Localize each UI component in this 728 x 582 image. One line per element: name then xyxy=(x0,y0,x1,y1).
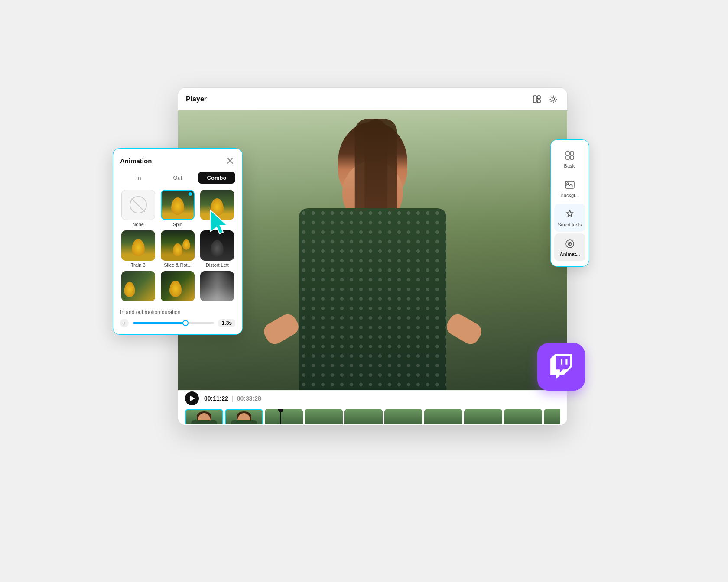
twitch-badge xyxy=(537,343,585,391)
svg-rect-7 xyxy=(570,156,574,159)
smart-tools-label: Smart tools xyxy=(558,222,582,227)
svg-rect-2 xyxy=(537,100,540,103)
slider-row: ‹ 1.3s xyxy=(120,319,235,327)
anim-none[interactable]: None xyxy=(120,190,156,227)
anim-7-thumb xyxy=(121,271,155,301)
playhead[interactable] xyxy=(278,409,283,424)
cursor-arrow xyxy=(206,208,232,238)
layout-icon[interactable] xyxy=(531,93,543,105)
basic-label: Basic xyxy=(564,163,576,168)
twitch-icon xyxy=(549,354,574,379)
player-titlebar: Player xyxy=(178,88,567,110)
playhead-handle xyxy=(278,409,283,412)
thumb-frame-1 xyxy=(225,409,263,424)
animation-tabs: In Out Combo xyxy=(120,172,235,184)
thumb-frame-0 xyxy=(185,409,223,424)
panel-header: Animation xyxy=(120,155,235,166)
svg-rect-6 xyxy=(566,156,569,159)
anim-none-label: None xyxy=(133,222,144,227)
anim-8[interactable] xyxy=(159,271,195,303)
player-title: Player xyxy=(186,95,207,103)
svg-rect-0 xyxy=(533,96,536,103)
right-toolbar: Basic Backgr... Smart tools xyxy=(550,139,589,267)
anim-distort-left-label: Distort Left xyxy=(206,262,229,268)
anim-slice-rot-thumb xyxy=(161,230,195,261)
toolbar-item-animation[interactable]: Animat... xyxy=(554,233,585,261)
play-icon xyxy=(190,396,195,401)
toolbar-item-smart-tools[interactable]: Smart tools xyxy=(554,204,585,232)
animation-panel: Animation In Out Combo xyxy=(113,148,243,335)
background-label: Backgr... xyxy=(561,193,579,198)
thumb-frame-2 xyxy=(265,409,303,424)
slider-fill xyxy=(133,322,185,324)
thumb-frame-5 xyxy=(384,409,422,424)
thumb-frame-9 xyxy=(544,409,560,424)
animation-label: Animat... xyxy=(560,252,580,257)
tab-combo[interactable]: Combo xyxy=(198,172,235,184)
anim-slice-rot-label: Slice & Rot... xyxy=(164,262,192,268)
svg-point-12 xyxy=(569,243,571,245)
anim-7[interactable] xyxy=(120,271,156,303)
animation-grid: None Spin Fly In xyxy=(120,190,235,303)
smart-tools-icon xyxy=(564,208,576,220)
svg-rect-1 xyxy=(537,96,540,99)
thumb-frame-7 xyxy=(464,409,502,424)
play-button[interactable] xyxy=(185,391,199,405)
tab-in[interactable]: In xyxy=(120,172,157,184)
anim-spin[interactable]: Spin xyxy=(159,190,195,227)
background-icon xyxy=(564,179,576,191)
thumb-frame-8 xyxy=(504,409,542,424)
anim-train3[interactable]: Train 3 xyxy=(120,230,156,268)
slider-left-arrow[interactable]: ‹ xyxy=(120,319,129,327)
slider-thumb[interactable] xyxy=(182,320,188,326)
timeline-scrubber[interactable] xyxy=(185,409,560,424)
anim-train3-thumb xyxy=(121,230,155,261)
current-time: 00:11:22 | 00:33:28 xyxy=(204,395,261,402)
svg-point-3 xyxy=(552,98,555,100)
settings-icon[interactable] xyxy=(547,93,559,105)
timeline-controls: 00:11:22 | 00:33:28 xyxy=(185,391,560,405)
thumb-frame-6 xyxy=(424,409,462,424)
thumb-frame-3 xyxy=(305,409,343,424)
panel-title: Animation xyxy=(120,157,152,165)
anim-8-thumb xyxy=(161,271,195,301)
duration-section: In and out motion duration ‹ 1.3s xyxy=(120,309,235,327)
player-timeline: 00:11:22 | 00:33:28 xyxy=(178,390,567,425)
titlebar-icons xyxy=(531,93,559,105)
animation-icon xyxy=(564,238,576,250)
anim-none-thumb xyxy=(121,190,155,220)
anim-spin-thumb xyxy=(161,190,195,220)
tab-out[interactable]: Out xyxy=(159,172,196,184)
toolbar-item-basic[interactable]: Basic xyxy=(554,145,585,173)
duration-label: In and out motion duration xyxy=(120,309,235,315)
svg-rect-5 xyxy=(570,152,574,155)
duration-slider[interactable] xyxy=(133,322,214,324)
toolbar-item-background[interactable]: Backgr... xyxy=(554,175,585,202)
anim-slice-rot[interactable]: Slice & Rot... xyxy=(159,230,195,268)
panel-close-button[interactable] xyxy=(225,155,235,166)
svg-point-9 xyxy=(567,183,569,184)
anim-9[interactable] xyxy=(199,271,235,303)
anim-spin-label: Spin xyxy=(173,222,182,227)
playhead-line xyxy=(280,412,281,424)
anim-train3-label: Train 3 xyxy=(131,262,146,268)
duration-value: 1.3s xyxy=(218,319,235,327)
anim-9-thumb xyxy=(200,271,234,301)
basic-icon xyxy=(564,149,576,162)
svg-rect-4 xyxy=(566,152,569,155)
thumb-frame-4 xyxy=(344,409,383,424)
